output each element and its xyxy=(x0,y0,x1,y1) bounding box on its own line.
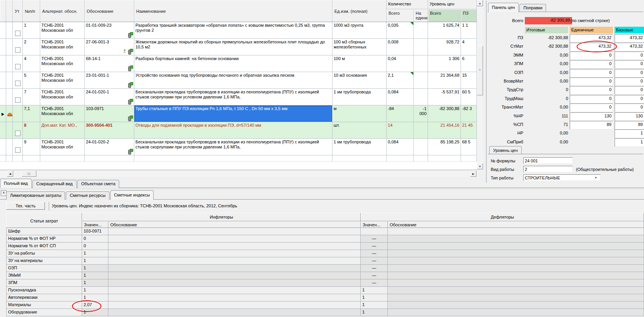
header-name[interactable]: Наименование xyxy=(134,0,332,22)
price-level-button[interactable]: Уровень цен xyxy=(489,146,522,154)
name-cell[interactable]: Бесканальная прокладка трубопроводов в и… xyxy=(134,89,332,105)
index-table-row[interactable]: ЗУ на работы1— xyxy=(6,250,644,257)
qty-total-cell[interactable]: 0,04 xyxy=(387,55,414,72)
tab-estimate-indexes[interactable]: Сметные индексы xyxy=(110,190,154,200)
inflator-basis-cell[interactable] xyxy=(108,265,361,272)
index-table-row[interactable]: ЗУ на материалы1— xyxy=(6,257,644,265)
deflator-value-cell[interactable]: — xyxy=(361,265,388,272)
name-cell[interactable]: Жемонтаж дорожных покрытий из сборных пр… xyxy=(134,39,332,55)
qty-total-cell[interactable]: 0,084 xyxy=(387,89,414,105)
price-total-cell[interactable]: 1 306 xyxy=(428,55,461,72)
deflator-basis-cell[interactable] xyxy=(388,235,644,243)
price-row-unit[interactable]: 0 xyxy=(570,60,613,69)
approve-cell[interactable] xyxy=(13,72,23,89)
col-defl-basis[interactable]: Обоснование xyxy=(388,221,644,228)
price-pz-cell[interactable]: 1 1 xyxy=(461,22,477,39)
index-table-row[interactable]: Оборудование11 xyxy=(6,309,644,316)
qty-total-cell[interactable]: 0,008 xyxy=(387,39,414,55)
basis-cell[interactable]: 27-06-001-3+− xyxy=(85,39,134,55)
header-price-pz[interactable]: ПЗ xyxy=(461,9,477,22)
qty-total-cell[interactable]: -84 xyxy=(387,105,414,122)
inflator-value-cell[interactable]: 1 xyxy=(82,250,108,257)
row-number-cell[interactable]: 5 xyxy=(23,72,40,89)
inflator-value-cell[interactable]: 1 xyxy=(82,309,108,316)
tab-limited-costs[interactable]: Лимитированные затраты xyxy=(6,191,65,200)
row-number-cell[interactable]: 9 xyxy=(23,139,40,155)
col-defl-value[interactable]: Значен... xyxy=(361,221,388,228)
deflator-basis-cell[interactable] xyxy=(388,287,644,294)
col-infl-basis[interactable]: Обоснование xyxy=(108,221,361,228)
inflator-value-cell[interactable]: 1 xyxy=(82,257,108,265)
basis-cell[interactable]: 01-01-009-23 xyxy=(85,22,134,39)
price-total-cell[interactable]: 1 625,74 xyxy=(428,22,461,39)
row-number-cell[interactable]: 8 xyxy=(23,122,40,139)
price-row-base[interactable]: 1 xyxy=(615,129,644,138)
inflator-basis-cell[interactable] xyxy=(108,294,361,301)
price-row-unit[interactable]: 0 xyxy=(570,69,613,78)
col-infl-value[interactable]: Значен... xyxy=(82,221,108,228)
basis-cell[interactable]: 103-0971 xyxy=(85,105,134,122)
header-price-level[interactable]: Уровень цен xyxy=(428,0,477,9)
basis-cell[interactable]: 24-01-020-1 xyxy=(85,89,134,105)
price-row-unit[interactable]: 130 xyxy=(570,112,613,121)
inflator-basis-cell[interactable] xyxy=(108,279,361,287)
header-ut[interactable]: Ут xyxy=(13,0,23,22)
vscroll-thumb[interactable]: ≡ xyxy=(477,46,483,95)
price-pz-cell[interactable]: 21 45 xyxy=(461,122,477,139)
unit-cell[interactable]: 100 м xyxy=(332,55,387,72)
inflator-value-cell[interactable]: 1 xyxy=(82,287,108,294)
name-cell[interactable]: Разработка траншей экскаватором «обратна… xyxy=(134,22,332,39)
price-total-cell[interactable]: -5 537,91 xyxy=(428,89,461,105)
deflator-value-cell[interactable]: — xyxy=(361,235,388,243)
name-cell[interactable]: Бесканальная прокладка трубопроводов в и… xyxy=(134,139,332,155)
price-row-base[interactable]: 0 xyxy=(615,52,644,60)
qty-per-unit-cell[interactable] xyxy=(414,122,428,139)
price-row-base[interactable]: 0 xyxy=(615,95,644,103)
deflator-value-cell[interactable]: — xyxy=(361,279,388,287)
hscroll-thumb[interactable]: ||| xyxy=(22,171,36,177)
price-total-cell[interactable]: -82 300,88 xyxy=(428,105,461,122)
deflator-value-cell[interactable]: 1 xyxy=(361,294,388,301)
deflator-value-cell[interactable]: — xyxy=(361,250,388,257)
price-row-unit[interactable]: 0 xyxy=(570,78,613,86)
index-table-row[interactable]: Пусконаладка11 xyxy=(6,287,644,294)
scroll-up-icon[interactable]: ▲ xyxy=(477,0,483,6)
deflator-value-cell[interactable]: — xyxy=(361,257,388,265)
price-total-cell[interactable]: 21 454,16 xyxy=(428,122,461,139)
inflator-basis-cell[interactable] xyxy=(108,272,361,279)
header-qty-per-unit[interactable]: На едини xyxy=(414,9,428,22)
approve-checkbox[interactable] xyxy=(15,147,21,153)
alt-basis-cell[interactable]: ТСНБ-2001 Московская обл xyxy=(40,22,85,39)
header-price-total[interactable]: Всего xyxy=(428,9,461,22)
inflator-value-cell[interactable]: 2,07 xyxy=(82,301,108,309)
qty-total-cell[interactable]: 0,084 xyxy=(387,139,414,155)
table-row[interactable]: 4ТСНБ-2001 Московская обл68-14-1Разборка… xyxy=(0,55,477,72)
qty-per-unit-cell[interactable] xyxy=(414,22,428,39)
approve-cell[interactable] xyxy=(13,105,23,122)
deflator-basis-cell[interactable] xyxy=(388,301,644,309)
price-row-base[interactable]: 130 xyxy=(615,112,644,121)
approve-checkbox[interactable] xyxy=(15,131,21,136)
tech-part-button[interactable]: Тех. часть xyxy=(6,202,45,210)
approve-cell[interactable] xyxy=(13,122,23,139)
index-table-row[interactable]: ЗПМ1— xyxy=(6,279,644,287)
approve-cell[interactable] xyxy=(13,39,23,55)
tab-price-panel[interactable]: Панель цен xyxy=(488,3,519,12)
inflator-basis-cell[interactable] xyxy=(108,301,361,309)
inflator-basis-cell[interactable] xyxy=(108,243,361,250)
deflator-value-cell[interactable]: 1 xyxy=(361,309,388,316)
index-table-row[interactable]: Автоперевозки11 xyxy=(6,294,644,301)
approve-checkbox[interactable] xyxy=(15,64,21,69)
inflator-basis-cell[interactable] xyxy=(108,287,361,294)
deflator-basis-cell[interactable] xyxy=(388,309,644,316)
inflator-basis-cell[interactable] xyxy=(108,309,361,316)
price-row-unit[interactable]: 89 xyxy=(570,121,613,129)
inflator-basis-cell[interactable] xyxy=(108,235,361,243)
inflator-basis-cell[interactable] xyxy=(108,250,361,257)
grid-vscrollbar[interactable]: ▲ ≡ ▼ xyxy=(477,0,483,170)
price-row-base[interactable]: 0 xyxy=(615,103,644,112)
price-row-base[interactable]: 0 xyxy=(615,60,644,69)
price-row-unit[interactable]: 0 xyxy=(570,52,613,60)
inflator-value-cell[interactable]: 103-0971 xyxy=(82,228,108,235)
scroll-down-icon[interactable]: ▼ xyxy=(477,163,483,169)
